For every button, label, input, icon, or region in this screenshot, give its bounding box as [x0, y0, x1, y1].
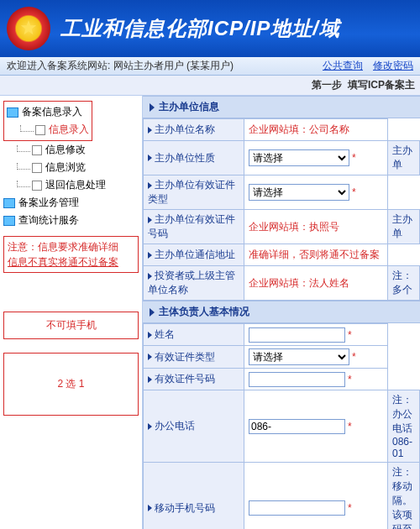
- page-icon: [32, 163, 42, 173]
- app-title: 工业和信息化部ICP/IP地址/域: [60, 15, 340, 42]
- name-input[interactable]: [249, 327, 345, 343]
- tree-node-record-entry[interactable]: 备案信息录入: [7, 103, 89, 121]
- svg-marker-0: [21, 20, 36, 34]
- hint-legal-person: 企业网站填：法人姓名: [249, 277, 349, 289]
- top-bar: 欢迎进入备案系统网站: 网站主办者用户 (某某用户) 公共查询 修改密码: [0, 57, 420, 76]
- section-header-org: 主办单位信息: [143, 96, 420, 118]
- folder-icon: [3, 216, 15, 226]
- hint-license-no: 企业网站填：执照号: [249, 221, 339, 233]
- folder-icon: [7, 107, 18, 118]
- page-icon: [32, 181, 42, 191]
- tree-node-modify[interactable]: 信息修改: [12, 141, 139, 159]
- tree-node-browse[interactable]: 信息浏览: [12, 159, 139, 176]
- tree-node-returned[interactable]: 退回信息处理: [12, 176, 139, 194]
- org-info-table: 主办单位名称企业网站填：公司名称 主办单位性质请选择*主办单 主办单位有效证件类…: [143, 118, 420, 301]
- national-emblem-icon: [7, 7, 50, 50]
- org-nature-select[interactable]: 请选择: [249, 149, 349, 166]
- sidebar: 备案信息录入 信息录入 信息修改 信息浏览 退回信息处理 备案业务管理 查询统计…: [0, 96, 143, 529]
- welcome-text: 欢迎进入备案系统网站: 网站主办者用户 (某某用户): [7, 59, 234, 73]
- annotation-accuracy: 注意：信息要求准确详细 信息不真实将通不过备案: [3, 236, 139, 273]
- page-icon: [35, 125, 45, 135]
- hint-address: 准确详细，否则将通不过备案: [249, 249, 380, 260]
- person-cert-no-input[interactable]: [249, 372, 345, 387]
- section-header-person: 主体负责人基本情况: [143, 301, 420, 323]
- app-header: 工业和信息化部ICP/IP地址/域: [0, 0, 420, 57]
- tree-group-business[interactable]: 备案业务管理: [3, 194, 139, 212]
- step-number: 第一步: [312, 78, 342, 92]
- main-content: 主办单位信息 主办单位名称企业网站填：公司名称 主办单位性质请选择*主办单 主办…: [143, 96, 420, 529]
- person-info-table: 姓名* 有效证件类型请选择* 有效证件号码* 办公电话*注：办公电话086-01…: [143, 323, 420, 529]
- annotation-two-choose-one: 2 选 1: [3, 353, 139, 416]
- nav-tree: 备案信息录入 信息录入 信息修改 信息浏览 退回信息处理 备案业务管理 查询统计…: [3, 101, 139, 229]
- office-phone-input[interactable]: [249, 419, 345, 434]
- tree-node-info-entry[interactable]: 信息录入: [15, 121, 89, 139]
- page-icon: [32, 145, 42, 155]
- person-cert-type-select[interactable]: 请选择: [249, 348, 349, 365]
- step-bar: 第一步 填写ICP备案主: [0, 76, 420, 96]
- triangle-icon: [150, 308, 155, 317]
- annotation-no-mobile: 不可填手机: [3, 312, 139, 339]
- tree-group-stats[interactable]: 查询统计服务: [3, 212, 139, 229]
- public-query-link[interactable]: 公共查询: [323, 59, 363, 73]
- mobile-phone-input[interactable]: [249, 500, 345, 516]
- triangle-icon: [150, 103, 155, 112]
- hint-company-name: 企业网站填：公司名称: [249, 123, 349, 135]
- change-password-link[interactable]: 修改密码: [373, 59, 413, 73]
- org-cert-type-select[interactable]: 请选择: [249, 184, 349, 201]
- folder-icon: [3, 198, 15, 208]
- step-label: 填写ICP备案主: [348, 78, 415, 92]
